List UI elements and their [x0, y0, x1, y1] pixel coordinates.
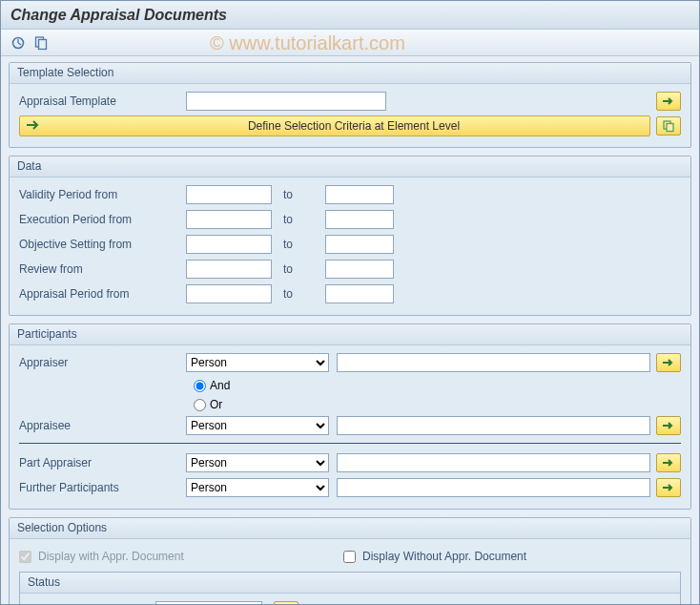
to-label: to [283, 238, 318, 251]
validity-to-input[interactable] [325, 185, 394, 204]
display-with-label: Display with Appr. Document [38, 550, 184, 563]
copy-criteria-button[interactable] [656, 116, 681, 136]
appraisee-type-select[interactable]: Person [186, 416, 329, 435]
part-appraiser-label: Part Appraiser [19, 456, 186, 469]
group-template-selection: Template Selection Appraisal Template De… [9, 62, 691, 148]
appraisee-multi-button[interactable] [656, 416, 681, 435]
appraiser-label: Appraiser [19, 356, 186, 369]
further-participants-label: Further Participants [19, 481, 186, 494]
execution-from-input[interactable] [186, 210, 272, 229]
app-toolbar [1, 30, 699, 56]
copy-icon[interactable] [31, 33, 51, 52]
group-status: Status In Preparation In Planning [19, 572, 681, 605]
review-from-input[interactable] [186, 260, 272, 279]
group-title-data: Data [10, 156, 690, 177]
divider [19, 443, 681, 444]
appraisal-template-label: Appraisal Template [19, 94, 186, 108]
status-in-preparation-multi-button[interactable] [274, 601, 299, 605]
group-title-selection-options: Selection Options [10, 518, 690, 539]
part-appraiser-multi-button[interactable] [656, 453, 681, 472]
radio-or[interactable] [194, 399, 206, 411]
define-criteria-button[interactable]: Define Selection Criteria at Element Lev… [19, 115, 650, 136]
to-label: to [283, 287, 318, 301]
to-label: to [283, 188, 318, 201]
validity-from-input[interactable] [186, 185, 272, 204]
review-from-label: Review from [19, 262, 186, 276]
status-in-preparation-input[interactable] [155, 601, 262, 605]
radio-and-label: And [210, 379, 230, 392]
objective-to-input[interactable] [325, 235, 394, 254]
part-appraiser-type-select[interactable]: Person [186, 453, 329, 472]
display-without-label: Display Without Appr. Document [362, 550, 526, 563]
appraisal-template-input[interactable] [186, 92, 386, 111]
arrow-right-icon [26, 119, 39, 134]
multiple-selection-button[interactable] [656, 92, 681, 111]
appraiser-type-select[interactable]: Person [186, 353, 329, 372]
appraisee-input[interactable] [337, 416, 650, 435]
group-participants: Participants Appraiser Person And Or App… [9, 323, 691, 510]
validity-from-label: Validity Period from [19, 188, 186, 201]
appraisal-period-from-input[interactable] [186, 284, 272, 303]
define-criteria-label: Define Selection Criteria at Element Lev… [64, 119, 644, 133]
appraiser-multi-button[interactable] [656, 353, 681, 372]
radio-or-label: Or [210, 398, 222, 411]
execution-from-label: Execution Period from [19, 213, 186, 226]
execute-icon[interactable] [9, 33, 28, 52]
appraisal-period-from-label: Appraisal Period from [19, 287, 186, 301]
appraiser-input[interactable] [337, 353, 650, 372]
part-appraiser-input[interactable] [337, 453, 650, 472]
execution-to-input[interactable] [325, 210, 394, 229]
review-to-input[interactable] [325, 260, 394, 279]
window-title: Change Appraisal Documents [1, 1, 699, 30]
to-label: to [283, 262, 318, 276]
further-participants-input[interactable] [337, 478, 650, 497]
to-label: to [283, 213, 318, 226]
objective-from-label: Objective Setting from [19, 238, 186, 251]
group-data: Data Validity Period from to Execution P… [9, 156, 691, 316]
svg-rect-4 [39, 39, 47, 49]
further-participants-multi-button[interactable] [656, 478, 681, 497]
appraisee-label: Appraisee [19, 419, 186, 432]
display-without-checkbox[interactable] [343, 551, 356, 563]
further-participants-type-select[interactable]: Person [186, 478, 329, 497]
group-selection-options: Selection Options Display with Appr. Doc… [9, 517, 691, 605]
group-title-status: Status [20, 573, 680, 594]
svg-rect-6 [667, 124, 673, 132]
group-title-participants: Participants [10, 324, 690, 345]
radio-and[interactable] [194, 380, 206, 392]
appraisal-period-to-input[interactable] [325, 284, 394, 303]
group-title-template: Template Selection [10, 63, 690, 84]
display-with-checkbox [19, 551, 31, 563]
objective-from-input[interactable] [186, 235, 272, 254]
svg-line-2 [18, 43, 21, 45]
